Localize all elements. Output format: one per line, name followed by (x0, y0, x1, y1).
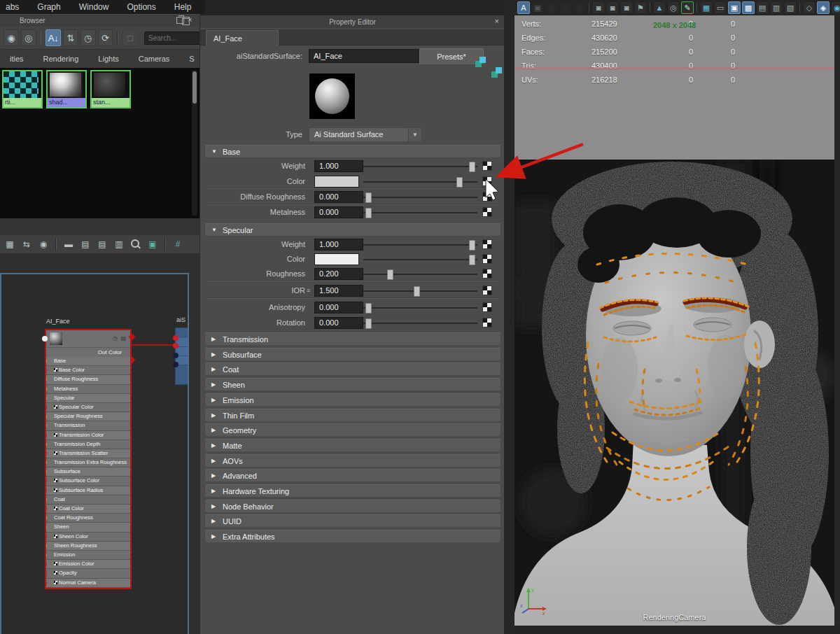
section-header-specular[interactable]: ▼ Specular (205, 223, 500, 236)
node-attr-diffuse-roughness[interactable]: Diffuse Roughness (46, 375, 130, 384)
port-icon[interactable] (46, 396, 47, 400)
section-header-node-behavior[interactable]: ▶Node Behavior (205, 500, 500, 512)
port-icon[interactable] (46, 387, 47, 391)
node-attr-base-color[interactable]: Base Color (46, 366, 130, 375)
collapse-arrow-icon[interactable]: ▼ (211, 227, 223, 233)
tab-rendering[interactable]: Rendering (34, 50, 89, 68)
section-header-matte[interactable]: ▶Matte (205, 439, 500, 451)
map-checker-button[interactable] (482, 239, 492, 249)
map-checker-button[interactable] (482, 269, 492, 279)
collapse-arrow-icon[interactable]: ▶ (211, 488, 223, 494)
collapse-arrow-icon[interactable]: ▶ (211, 381, 223, 388)
node-attr-transmission-extra-roughness[interactable]: Transmission Extra Roughness (46, 458, 130, 467)
safe-action-icon[interactable]: ▥ (770, 1, 783, 14)
node-editor-graph[interactable]: AI_Face ◷ ▤ Out Color BaseBase ColorDiff… (0, 253, 200, 634)
map-checker-button[interactable] (482, 254, 492, 264)
collapse-arrow-icon[interactable]: ▶ (211, 427, 223, 433)
show-in-lookdevx-icon[interactable] (475, 57, 486, 67)
node-out-color-row[interactable]: Out Color (46, 348, 130, 357)
small-swatch-icon[interactable]: ◉ (4, 29, 19, 46)
menu-item-help[interactable]: Help (174, 2, 192, 12)
copy-tab-icon[interactable] (491, 67, 502, 78)
pin-icon[interactable]: ◉ (36, 237, 50, 251)
slider-track[interactable] (363, 212, 477, 213)
node-attr-sheen-roughness[interactable]: Sheen Roughness (46, 542, 130, 551)
slider-handle[interactable] (365, 318, 372, 329)
node-attr-sheen[interactable]: Sheen (46, 523, 130, 532)
shader-node-header[interactable]: ◷ ▤ (46, 330, 130, 348)
sort-type-icon[interactable]: ⇅ (63, 29, 78, 46)
resolution-gate-icon[interactable]: ▣ (728, 1, 741, 14)
smooth-shade-icon[interactable]: ◈ (817, 1, 830, 14)
value-field[interactable]: 1.000 (314, 239, 363, 251)
port-icon[interactable] (46, 516, 47, 520)
section-header-uuid[interactable]: ▶UUID (205, 514, 500, 527)
map-checker-button[interactable] (482, 176, 492, 186)
port-icon[interactable] (46, 571, 47, 575)
port-icon[interactable] (46, 562, 47, 566)
tab-lights[interactable]: Lights (88, 50, 128, 68)
slider-handle[interactable] (365, 303, 372, 314)
port-icon[interactable] (46, 433, 47, 437)
section-header-geometry[interactable]: ▶Geometry (205, 423, 500, 436)
viewcube-icon[interactable]: ▲ (653, 1, 666, 14)
material-swatch[interactable]: shad... (46, 70, 87, 108)
node-attr-specular[interactable]: Specular (46, 394, 130, 403)
tab-ities[interactable]: ities (0, 50, 34, 68)
port-icon[interactable] (46, 470, 47, 474)
menu-item-graph[interactable]: Graph (37, 2, 60, 12)
render-swatch-icon[interactable]: □ (122, 29, 138, 46)
node-attr-subsurface-color[interactable]: Subsurface Color (46, 477, 130, 486)
section-header-advanced[interactable]: ▶Advanced (205, 469, 500, 481)
neighbor-node[interactable] (175, 327, 189, 385)
port-icon[interactable] (46, 451, 47, 456)
neighbor-port-3[interactable] (173, 353, 178, 358)
port-icon[interactable] (46, 479, 47, 483)
slider-handle[interactable] (469, 255, 475, 265)
port-icon[interactable] (46, 525, 47, 529)
collapse-arrow-icon[interactable]: ▶ (211, 518, 223, 524)
node-attr-specular-color[interactable]: Specular Color (46, 403, 130, 412)
section-header-emission[interactable]: ▶Emission (205, 393, 500, 406)
node-time-icon[interactable]: ◷ (113, 335, 118, 341)
safe-title-icon[interactable]: ▧ (784, 1, 797, 14)
slider-handle[interactable] (365, 208, 372, 218)
textured-display-icon[interactable]: ◉ (831, 1, 840, 14)
camera-view-icon[interactable]: ◙ (620, 1, 633, 14)
collapse-arrow-icon[interactable]: ▶ (211, 412, 223, 418)
node-attr-normal-camera[interactable]: Normal Camera (46, 579, 130, 588)
large-swatch-icon[interactable]: ◎ (21, 29, 36, 46)
material-swatch[interactable]: stan... (90, 70, 131, 108)
display-custom-icon[interactable]: ▥ (112, 237, 126, 251)
node-attr-sheen-color[interactable]: Sheen Color (46, 533, 130, 542)
collapse-arrow-icon[interactable]: ▶ (211, 533, 223, 540)
select-object-icon[interactable]: ◌ (559, 1, 572, 14)
property-editor-close-icon[interactable]: × (495, 17, 499, 24)
slider-handle[interactable] (469, 162, 475, 172)
value-field[interactable]: 1.000 (314, 160, 363, 172)
collapse-arrow-icon[interactable]: ▶ (211, 503, 223, 509)
neighbor-port-4[interactable] (173, 362, 178, 367)
collapse-arrow-icon[interactable]: ▶ (211, 458, 223, 464)
collapse-arrow-icon[interactable]: ▶ (211, 351, 223, 358)
node-attr-transmission-depth[interactable]: Transmission Depth (46, 440, 130, 449)
wireframe-display-icon[interactable]: ◇ (803, 1, 816, 14)
node-attr-coat[interactable]: Coat (46, 495, 130, 505)
port-icon[interactable] (46, 368, 47, 372)
port-icon[interactable] (46, 498, 47, 502)
port-icon[interactable] (46, 405, 47, 409)
port-icon[interactable] (46, 377, 47, 381)
slider-track[interactable] (363, 181, 477, 183)
section-header-subsurface[interactable]: ▶Subsurface (205, 348, 500, 360)
port-icon[interactable] (46, 359, 47, 363)
section-header-thin-film[interactable]: ▶Thin Film (205, 409, 500, 421)
map-checker-button[interactable] (482, 286, 492, 295)
annotate-pencil-icon[interactable]: ✎ (681, 1, 694, 14)
menu-item-window[interactable]: Window (79, 2, 109, 12)
node-name-field[interactable] (309, 49, 424, 63)
port-icon[interactable] (46, 423, 47, 428)
slider-track[interactable] (363, 244, 477, 246)
value-field[interactable]: 0.000 (314, 206, 363, 218)
chevron-down-icon[interactable]: ▼ (408, 128, 421, 141)
menu-item-abs[interactable]: abs (6, 2, 19, 12)
